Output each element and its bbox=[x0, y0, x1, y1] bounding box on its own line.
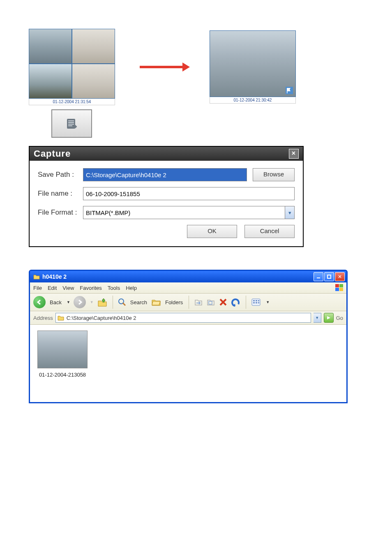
move-to-icon[interactable] bbox=[194, 298, 203, 307]
folder-open-icon bbox=[33, 274, 40, 280]
cancel-button[interactable]: Cancel bbox=[244, 225, 295, 238]
file-name-input[interactable] bbox=[83, 187, 295, 200]
svg-line-14 bbox=[123, 303, 125, 305]
file-format-value bbox=[83, 206, 285, 219]
explorer-addressbar: Address C:\Storage\Capture\h0410e 2 ▼ Go bbox=[30, 311, 346, 325]
address-label: Address bbox=[33, 315, 53, 321]
svg-rect-12 bbox=[339, 288, 343, 291]
minimize-button[interactable] bbox=[314, 272, 323, 281]
svg-rect-15 bbox=[209, 301, 212, 304]
svg-rect-18 bbox=[256, 300, 257, 301]
search-label[interactable]: Search bbox=[130, 299, 147, 305]
svg-rect-6 bbox=[68, 125, 72, 126]
forward-button[interactable] bbox=[74, 296, 86, 308]
capture-titlebar: Capture × bbox=[30, 147, 303, 161]
quad-cell-2 bbox=[72, 29, 115, 64]
back-label[interactable]: Back bbox=[50, 299, 62, 305]
snapshot-button[interactable] bbox=[51, 109, 92, 138]
quad-cell-1 bbox=[29, 29, 72, 64]
svg-rect-10 bbox=[339, 284, 343, 287]
chevron-down-icon[interactable]: ▾ bbox=[285, 206, 295, 219]
explorer-content: 01-12-2004-213058 bbox=[30, 325, 346, 402]
quad-timestamp: 01-12-2004 21:31:54 bbox=[29, 99, 115, 105]
save-path-input[interactable] bbox=[83, 168, 247, 181]
save-path-label: Save Path : bbox=[38, 171, 83, 179]
quad-cell-3 bbox=[29, 64, 72, 99]
delete-icon[interactable] bbox=[219, 298, 228, 307]
explorer-titlebar: h0410e 2 ✕ bbox=[30, 271, 346, 282]
svg-rect-7 bbox=[317, 278, 320, 278]
search-icon[interactable] bbox=[118, 298, 126, 306]
example-row: 01-12-2004 21:31:54 01-12-2004 21:30:42 bbox=[29, 29, 363, 105]
svg-rect-1 bbox=[287, 88, 288, 93]
file-format-label: File Format : bbox=[38, 208, 83, 217]
ok-button[interactable]: OK bbox=[187, 225, 237, 238]
close-button[interactable]: × bbox=[289, 149, 299, 159]
svg-rect-22 bbox=[258, 302, 259, 303]
address-dropdown-icon[interactable]: ▼ bbox=[314, 313, 321, 323]
menu-tools[interactable]: Tools bbox=[108, 285, 120, 291]
file-thumbnail[interactable]: 01-12-2004-213058 bbox=[36, 331, 89, 378]
views-dropdown-icon[interactable]: ▼ bbox=[266, 300, 270, 304]
svg-rect-4 bbox=[68, 122, 74, 123]
snapshot-icon bbox=[65, 117, 79, 131]
capture-dialog: Capture × Save Path : Browse File name :… bbox=[29, 146, 304, 247]
explorer-toolbar: Back ▼ ▼ Search Folders bbox=[30, 294, 346, 311]
explorer-title-text: h0410e 2 bbox=[42, 273, 67, 280]
menu-edit[interactable]: Edit bbox=[48, 285, 57, 291]
go-label: Go bbox=[336, 315, 343, 321]
address-input[interactable]: C:\Storage\Capture\h0410e 2 bbox=[55, 313, 311, 323]
svg-rect-19 bbox=[258, 300, 259, 301]
menu-file[interactable]: File bbox=[33, 285, 42, 291]
thumbnail-label: 01-12-2004-213058 bbox=[36, 372, 89, 378]
single-image bbox=[210, 30, 296, 97]
quad-preview: 01-12-2004 21:31:54 bbox=[29, 29, 115, 105]
svg-rect-20 bbox=[253, 302, 255, 303]
close-button[interactable]: ✕ bbox=[335, 272, 345, 281]
svg-rect-3 bbox=[68, 120, 74, 121]
forward-dropdown-icon[interactable]: ▼ bbox=[90, 300, 94, 304]
flag-icon bbox=[286, 87, 293, 94]
quad-cell-4 bbox=[72, 64, 115, 99]
maximize-button[interactable] bbox=[324, 272, 334, 281]
undo-icon[interactable] bbox=[231, 298, 241, 307]
thumbnail-image bbox=[37, 331, 88, 368]
menu-help[interactable]: Help bbox=[126, 285, 137, 291]
single-preview: 01-12-2004 21:30:42 bbox=[210, 30, 296, 104]
address-path: C:\Storage\Capture\h0410e 2 bbox=[67, 315, 136, 321]
svg-rect-11 bbox=[335, 288, 339, 291]
single-timestamp: 01-12-2004 21:30:42 bbox=[210, 97, 296, 104]
file-name-label: File name : bbox=[38, 190, 83, 198]
capture-title-text: Capture bbox=[34, 148, 71, 159]
windows-flag-icon bbox=[335, 284, 344, 292]
go-button[interactable] bbox=[324, 313, 334, 323]
copy-to-icon[interactable] bbox=[206, 298, 215, 307]
browse-button[interactable]: Browse bbox=[253, 168, 295, 181]
svg-rect-17 bbox=[253, 300, 255, 301]
file-format-select[interactable]: ▾ bbox=[83, 206, 295, 219]
folders-icon[interactable] bbox=[151, 298, 161, 307]
views-icon[interactable] bbox=[251, 298, 262, 307]
menu-favorites[interactable]: Favorites bbox=[80, 285, 101, 291]
svg-rect-9 bbox=[335, 284, 339, 287]
svg-rect-8 bbox=[327, 275, 331, 278]
folder-open-icon bbox=[58, 315, 64, 321]
arrow-right-icon bbox=[140, 66, 185, 68]
svg-rect-5 bbox=[68, 124, 74, 125]
up-folder-icon[interactable] bbox=[97, 297, 108, 308]
explorer-menubar: File Edit View Favorites Tools Help bbox=[30, 282, 346, 294]
back-button[interactable] bbox=[33, 296, 46, 308]
explorer-window: h0410e 2 ✕ File Edit View Favorites Tool… bbox=[29, 270, 348, 403]
back-dropdown-icon[interactable]: ▼ bbox=[67, 300, 70, 304]
menu-view[interactable]: View bbox=[62, 285, 74, 291]
svg-rect-21 bbox=[256, 302, 257, 303]
folders-label[interactable]: Folders bbox=[165, 299, 183, 305]
